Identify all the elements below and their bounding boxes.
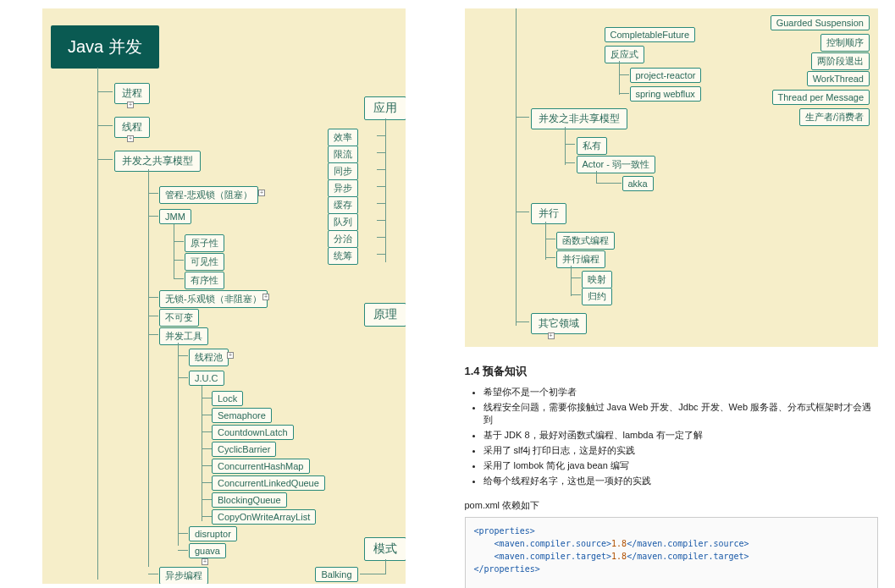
node-lock: Lock <box>212 391 243 406</box>
root-node: Java 并发 <box>51 25 159 69</box>
expand-icon[interactable]: + <box>227 352 234 359</box>
node-bq: BlockingQueue <box>212 492 287 508</box>
expand-icon[interactable]: + <box>258 190 265 196</box>
node-clq: ConcurrentLinkedQueue <box>212 475 325 491</box>
node-immutable: 不可变 <box>159 309 199 327</box>
node-guava: guava <box>189 543 226 558</box>
node-app6: 队列 <box>328 213 358 231</box>
node-ordering: 有序性 <box>185 272 224 289</box>
node-monitor: 管程-悲观锁（阻塞） <box>159 186 258 204</box>
node-other: 其它领域 <box>531 313 587 334</box>
expand-icon[interactable]: + <box>127 102 134 108</box>
expand-icon[interactable]: + <box>548 332 555 339</box>
node-visibility: 可见性 <box>185 253 224 271</box>
expand-icon[interactable]: + <box>202 558 208 565</box>
node-jmm: JMM <box>159 209 191 224</box>
list-item: 线程安全问题，需要你接触过 Java Web 开发、Jdbc 开发、Web 服务… <box>483 401 879 426</box>
node-chm: ConcurrentHashMap <box>212 459 310 474</box>
node-semaphore: Semaphore <box>212 408 272 423</box>
node-pattern: 模式 <box>364 537 406 561</box>
node-balking: Balking <box>315 567 357 582</box>
expand-icon[interactable]: + <box>262 294 269 300</box>
node-actor: Actor - 弱一致性 <box>577 156 655 173</box>
node-akka: akka <box>622 176 654 191</box>
node-application: 应用 <box>364 96 406 120</box>
code-block: <properties> <maven.compiler.source>1.8<… <box>465 517 879 588</box>
node-atomicity: 原子性 <box>185 234 224 252</box>
node-nonshared: 并发之非共享模型 <box>531 108 627 129</box>
list-item: 采用了 slf4j 打印日志，这是好的实践 <box>483 444 879 457</box>
node-app5: 缓存 <box>328 196 358 214</box>
node-webflux: spring webflux <box>630 86 701 102</box>
pom-label: pom.xml 依赖如下 <box>465 499 879 512</box>
node-reactor: project-reactor <box>630 68 702 83</box>
list-item: 采用了 lombok 简化 java bean 编写 <box>483 459 879 472</box>
node-reactive: 反应式 <box>605 46 644 63</box>
expand-icon[interactable]: + <box>127 135 134 142</box>
node-tools: 并发工具 <box>159 327 208 345</box>
node-cyclicbarrier: CyclicBarrier <box>212 442 276 457</box>
node-app4: 异步 <box>328 179 358 197</box>
node-cf: CompletableFuture <box>605 27 696 42</box>
node-map: 映射 <box>582 271 612 289</box>
node-rp3: 两阶段退出 <box>811 52 870 70</box>
node-shared-model: 并发之共享模型 <box>114 151 201 172</box>
list-item: 给每个线程好名字，这也是一项好的实践 <box>483 475 879 487</box>
node-rp2: 控制顺序 <box>820 34 870 52</box>
node-threadpool: 线程池 <box>189 349 229 366</box>
node-disruptor: disruptor <box>189 526 237 541</box>
node-app8: 统筹 <box>328 247 358 265</box>
node-rp6: 生产者/消费者 <box>799 108 870 126</box>
node-app2: 限流 <box>328 146 358 163</box>
node-juc: J.U.C <box>189 371 224 386</box>
node-pp: 并行编程 <box>556 250 605 268</box>
node-fp: 函数式编程 <box>556 232 615 250</box>
node-rp1: Guarded Suspension <box>771 15 870 30</box>
node-private: 私有 <box>577 137 607 155</box>
node-rp4: WorkThread <box>807 71 870 86</box>
node-rp5: Thread per Message <box>772 90 870 105</box>
list-item: 希望你不是一个初学者 <box>483 386 879 398</box>
node-app3: 同步 <box>328 162 358 180</box>
node-async: 异步编程 <box>159 567 208 584</box>
list-item: 基于 JDK 8，最好对函数式编程、lambda 有一定了解 <box>483 429 879 442</box>
node-parallel: 并行 <box>531 203 566 224</box>
node-app7: 分治 <box>328 230 358 248</box>
node-countdown: CountdownLatch <box>212 425 294 440</box>
node-reduce: 归约 <box>582 288 612 305</box>
node-principle: 原理 <box>364 303 406 327</box>
prereq-list: 希望你不是一个初学者 线程安全问题，需要你接触过 Java Web 开发、Jdb… <box>465 386 879 487</box>
prereq-heading: 1.4 预备知识 <box>465 364 879 379</box>
mindmap-right: CompletableFuture 反应式 project-reactor sp… <box>465 8 879 347</box>
mindmap-left: Java 并发 进程 + 线程 + 并发之共享模型 管程-悲观锁（阻塞） + J… <box>42 8 406 584</box>
node-lockfree: 无锁-乐观锁（非阻塞） <box>159 290 268 308</box>
node-app1: 效率 <box>328 129 358 146</box>
node-cowal: CopyOnWriteArrayList <box>212 509 316 525</box>
